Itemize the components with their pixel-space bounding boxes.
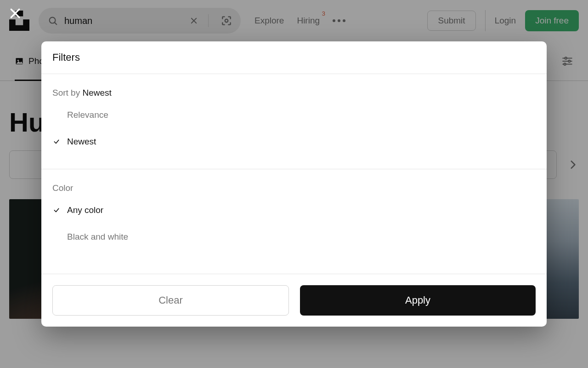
option-label: Any color <box>67 205 103 215</box>
color-section: Color Any color Black and white <box>41 169 547 264</box>
option-label: Newest <box>67 137 96 147</box>
filters-modal: Filters Sort by Newest Relevance Newest <box>41 41 547 327</box>
clear-button[interactable]: Clear <box>52 285 289 316</box>
modal-overlay[interactable]: Filters Sort by Newest Relevance Newest <box>0 0 588 368</box>
sort-section: Sort by Newest Relevance Newest <box>41 74 547 169</box>
check-icon <box>52 138 61 145</box>
sort-label: Sort by Newest <box>52 88 536 98</box>
close-icon[interactable] <box>8 6 22 20</box>
color-label: Color <box>52 183 536 193</box>
modal-body: Sort by Newest Relevance Newest Color <box>41 74 547 274</box>
option-label: Black and white <box>67 232 128 242</box>
option-label: Relevance <box>67 110 108 120</box>
sort-option-newest[interactable]: Newest <box>52 128 536 155</box>
check-icon <box>52 207 61 213</box>
modal-title: Filters <box>41 41 547 74</box>
sort-option-relevance[interactable]: Relevance <box>52 102 536 128</box>
color-option-bw[interactable]: Black and white <box>52 224 536 250</box>
apply-button[interactable]: Apply <box>300 285 536 316</box>
modal-footer: Clear Apply <box>41 274 547 327</box>
color-option-any[interactable]: Any color <box>52 197 536 224</box>
